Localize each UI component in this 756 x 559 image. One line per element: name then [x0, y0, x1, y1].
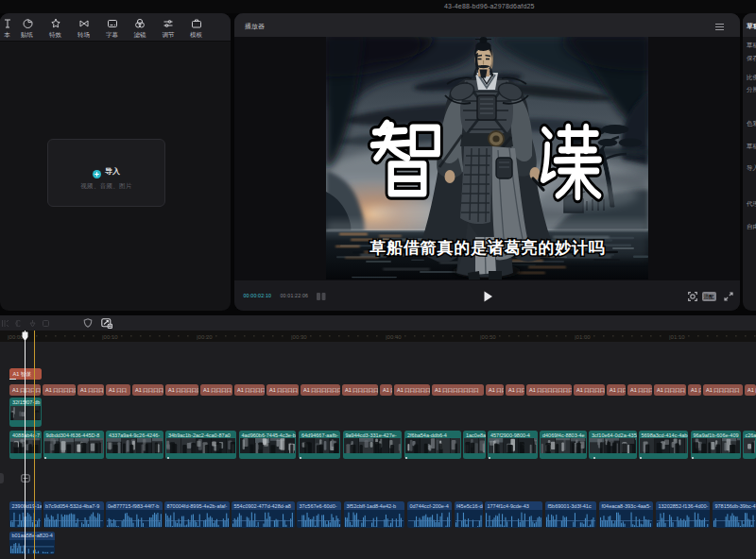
svg-text:草船借箭真的是诸葛亮的妙计吗: 草船借箭真的是诸葛亮的妙计吗 [369, 239, 605, 257]
svg-text:|00:30: |00:30 [291, 334, 307, 340]
svg-text:|01:10: |01:10 [669, 334, 685, 340]
svg-text:|00:20: |00:20 [197, 334, 213, 340]
svg-text:|00:10: |00:10 [102, 334, 118, 340]
svg-text:|00:50: |00:50 [480, 334, 496, 340]
svg-text:|01:00: |01:00 [575, 334, 591, 340]
svg-text:|00:40: |00:40 [386, 334, 402, 340]
